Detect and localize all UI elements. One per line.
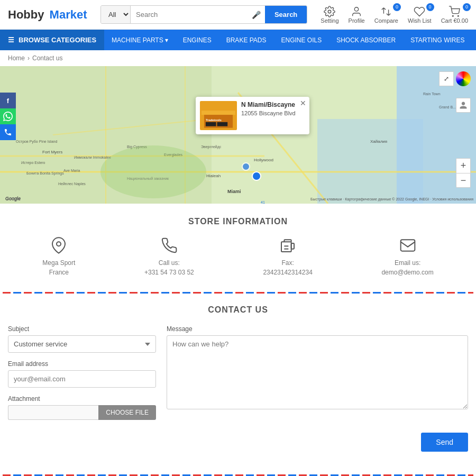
gear-icon	[324, 6, 335, 17]
setting-icon-item[interactable]: Setting	[321, 6, 338, 24]
form-right: Message	[167, 325, 468, 418]
map-fullscreen-button[interactable]: ⤢	[439, 71, 454, 86]
breadcrumb-current: Contact us	[32, 54, 62, 62]
form-left: Subject Customer serviceGeneral inquiryT…	[8, 325, 156, 427]
svg-text:Fort Myers: Fort Myers	[42, 150, 62, 154]
profile-icon-item[interactable]: Profile	[349, 6, 365, 24]
subject-label: Subject	[8, 325, 156, 333]
breadcrumb-home[interactable]: Home	[8, 54, 25, 62]
map-popup-image: Tradetools	[200, 101, 237, 130]
google-logo: Google	[5, 196, 21, 201]
map-popup-title: N Miami/Biscayne	[241, 101, 305, 108]
nav-engines[interactable]: ENGINES	[176, 30, 219, 50]
map-zoom-out-button[interactable]: −	[456, 173, 471, 188]
file-input-row: CHOOSE FILE	[8, 405, 156, 420]
svg-rect-41	[202, 111, 235, 115]
svg-text:Ave Maria: Ave Maria	[63, 169, 80, 172]
cart-label: Cart €0.00	[441, 17, 468, 24]
phone-button[interactable]	[0, 124, 16, 140]
whatsapp-button[interactable]	[0, 108, 16, 124]
svg-rect-8	[317, 119, 423, 204]
breadcrumb-separator: ›	[28, 54, 30, 62]
dash-line-2	[3, 474, 473, 476]
compare-icon	[380, 6, 392, 17]
nav-engine-oils[interactable]: ENGINE OILS	[274, 30, 329, 50]
store-image: Tradetools	[202, 103, 235, 129]
contact-section: CONTACT US Subject Customer serviceGener…	[0, 295, 476, 468]
email-input[interactable]	[8, 370, 156, 388]
user-icon	[351, 6, 362, 17]
nav-portfolio[interactable]: PORTFOLIO	[472, 30, 476, 50]
map-zoom-in-button[interactable]: +	[456, 158, 471, 173]
nav-brake-pads[interactable]: BRAKE PADS	[219, 30, 274, 50]
map-popup: ✕ Tradetools N Miami/Biscayne 12055 Bisc…	[196, 97, 309, 134]
svg-point-36	[100, 145, 206, 198]
svg-text:Национальный заказник: Национальный заказник	[127, 177, 169, 181]
subject-select[interactable]: Customer serviceGeneral inquiryTechnical…	[8, 335, 156, 353]
svg-text:41: 41	[261, 200, 265, 204]
svg-point-31	[252, 172, 261, 180]
map-fullscreen-control: ⤢	[439, 71, 454, 86]
browse-categories-button[interactable]: ☰ BROWSE CATEGORIES	[0, 30, 104, 50]
map-color-button[interactable]	[456, 71, 471, 86]
search-input[interactable]	[131, 6, 248, 23]
attachment-group: Attachment CHOOSE FILE	[8, 395, 156, 420]
heart-icon	[414, 6, 425, 17]
map-popup-close[interactable]: ✕	[300, 99, 306, 107]
svg-point-2	[453, 15, 454, 16]
nav-starting-wires[interactable]: STARTING WIRES	[403, 30, 472, 50]
map-container: Fort Myers Miami Hollywood Hialeah Остро…	[0, 66, 476, 204]
send-button[interactable]: Send	[421, 433, 468, 452]
compare-icon-item[interactable]: 0 Compare	[374, 6, 398, 24]
map-popup-address: 12055 Biscayne Blvd	[241, 110, 305, 116]
map-person-button[interactable]	[456, 98, 471, 113]
nav-bar: ☰ BROWSE CATEGORIES MACHINE PARTS ▾ ENGI…	[0, 30, 476, 50]
nav-machine-parts[interactable]: MACHINE PARTS ▾	[104, 30, 176, 50]
contact-title: CONTACT US	[8, 305, 468, 315]
search-button[interactable]: Search	[265, 6, 307, 23]
map-zoom-controls: + −	[456, 158, 471, 188]
subject-group: Subject Customer serviceGeneral inquiryT…	[8, 325, 156, 353]
header-icons: Setting Profile 0 Compare 0	[321, 6, 468, 24]
contact-form: Subject Customer serviceGeneral inquiryT…	[8, 325, 468, 427]
file-name-display	[8, 405, 98, 420]
logo[interactable]: Hobby Market	[8, 8, 93, 22]
svg-point-0	[328, 10, 332, 13]
store-location-item: Mega SportFrance	[42, 237, 75, 277]
map-color-control	[456, 71, 471, 86]
svg-text:Эверглейдс: Эверглейдс	[201, 145, 222, 149]
svg-text:Rain Town: Rain Town	[423, 92, 441, 96]
nav-shock-absorber[interactable]: SHOCK ABSORBER	[329, 30, 403, 50]
search-filter[interactable]: All	[101, 6, 131, 23]
wishlist-icon-item[interactable]: 0 Wish List	[408, 6, 432, 24]
message-textarea[interactable]	[167, 335, 468, 409]
search-bar: All 🎤 Search	[100, 5, 307, 24]
svg-point-3	[458, 15, 459, 16]
mic-button[interactable]: 🎤	[248, 6, 265, 23]
svg-text:Нейплес Naples: Нейплес Naples	[58, 182, 86, 186]
store-phone-text: Call us:+331 54 73 03 52	[144, 258, 194, 277]
browse-label: BROWSE CATEGORIES	[19, 36, 96, 44]
store-email-text: Email us:demo@demo.com	[381, 258, 433, 277]
profile-label: Profile	[349, 17, 365, 24]
svg-text:Hialeah: Hialeah	[206, 173, 221, 178]
choose-file-button[interactable]: CHOOSE FILE	[98, 405, 156, 420]
store-fax-item: Fax:23423142314234	[263, 237, 312, 277]
compare-label: Compare	[374, 17, 398, 24]
svg-rect-44	[217, 122, 228, 126]
facebook-button[interactable]: f	[0, 93, 16, 108]
whatsapp-icon	[3, 112, 13, 121]
svg-point-1	[354, 7, 358, 11]
dash-line-1	[3, 292, 473, 294]
store-info-title: STORE INFORMATION	[8, 217, 468, 226]
map-person-control	[456, 98, 471, 113]
phone-icon-social	[4, 128, 12, 136]
nav-links: MACHINE PARTS ▾ ENGINES BRAKE PADS ENGIN…	[104, 30, 476, 50]
fax-icon	[279, 237, 296, 254]
svg-text:Истеро Estero: Истеро Estero	[21, 161, 45, 165]
cart-icon-item[interactable]: 0 Cart €0.00	[441, 6, 468, 24]
attachment-label: Attachment	[8, 395, 156, 402]
map-attribution: Быстрые клавиши · Картографические данны…	[310, 197, 473, 201]
map-background: Fort Myers Miami Hollywood Hialeah Остро…	[0, 66, 476, 204]
svg-rect-50	[400, 240, 415, 251]
